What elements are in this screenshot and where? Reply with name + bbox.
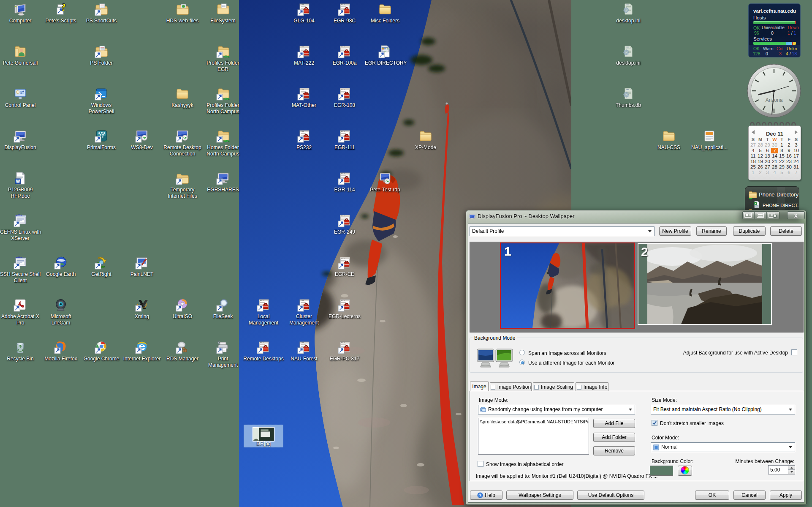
- svg-text:?: ?: [479, 493, 481, 498]
- svg-text:Arizona: Arizona: [766, 97, 783, 103]
